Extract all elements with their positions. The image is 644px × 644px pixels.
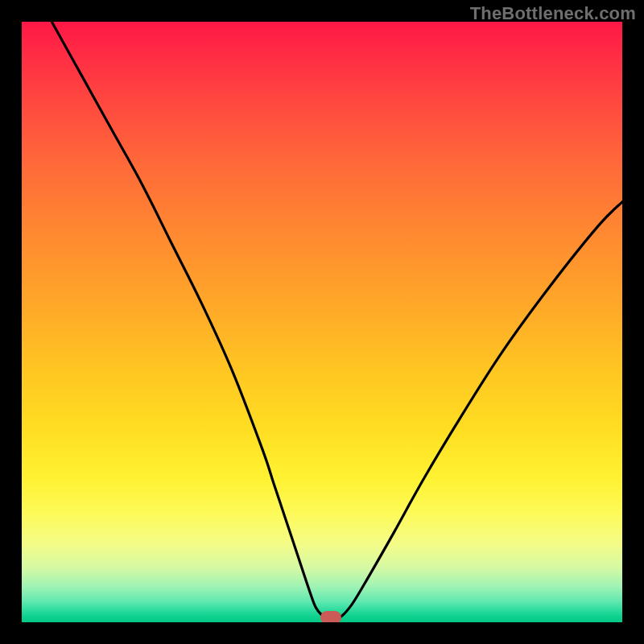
chart-frame: TheBottleneck.com — [0, 0, 644, 644]
plot-area — [22, 22, 622, 622]
bottleneck-curve — [22, 22, 622, 622]
watermark-text: TheBottleneck.com — [470, 3, 636, 24]
optimal-point-marker — [320, 611, 341, 622]
